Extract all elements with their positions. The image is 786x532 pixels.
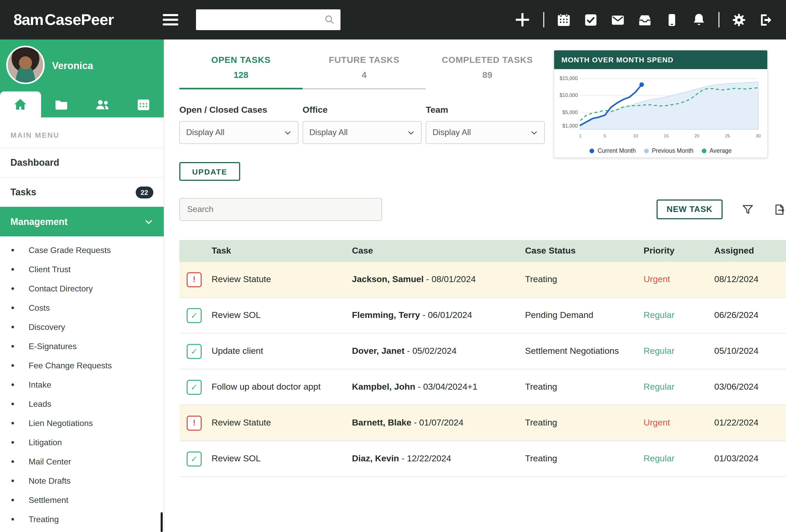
management-submenu-item[interactable]: Discovery: [0, 317, 164, 337]
case-link[interactable]: Kampbel, John - 03/04/2024+1: [352, 382, 525, 392]
management-submenu-item[interactable]: Case Grade Requests: [0, 241, 164, 260]
table-row[interactable]: ✓ Review SOL Diaz, Kevin - 12/22/2024 Tr…: [179, 441, 786, 477]
case-link[interactable]: Jackson, Samuel - 08/01/2024: [352, 274, 525, 285]
legend-dot-icon: [644, 148, 649, 153]
svg-text:1: 1: [579, 133, 582, 139]
avatar[interactable]: [6, 46, 45, 84]
nav-calendar[interactable]: [123, 92, 164, 117]
case-link[interactable]: Diaz, Kevin - 12/22/2024: [352, 454, 525, 464]
submenu-item-label: Settlement: [29, 495, 68, 505]
app-logo[interactable]: 8am CasePeer: [14, 11, 114, 29]
sidebar-item-tasks[interactable]: Tasks 22: [0, 177, 164, 207]
task-search-input[interactable]: [179, 198, 382, 221]
legend-item: Current Month: [590, 148, 636, 154]
case-link[interactable]: Dover, Janet - 05/02/2024: [352, 346, 525, 356]
task-status-icon[interactable]: ✓: [187, 451, 202, 466]
calendar-icon[interactable]: [556, 12, 571, 27]
task-status-icon[interactable]: !: [187, 415, 202, 430]
management-submenu-item[interactable]: Costs: [0, 298, 164, 317]
task-tab[interactable]: OPEN TASKS 128: [179, 50, 303, 89]
management-submenu-item[interactable]: Intake: [0, 375, 164, 394]
management-submenu-item[interactable]: Leads: [0, 394, 164, 414]
task-status-icon[interactable]: ✓: [187, 344, 202, 359]
bullet-icon: [11, 480, 14, 482]
sidebar-item-management[interactable]: Management: [0, 207, 164, 236]
table-row[interactable]: ✓ Update client Dover, Janet - 05/02/202…: [179, 334, 786, 369]
table-row[interactable]: ! Review Statute Barnett, Blake - 01/07/…: [179, 405, 786, 441]
divider: [718, 12, 719, 27]
inbox-icon[interactable]: [637, 12, 652, 27]
filter-dropdown[interactable]: Display All: [179, 121, 298, 144]
table-row[interactable]: ✓ Follow up about doctor appt Kampbel, J…: [179, 369, 786, 405]
table-row[interactable]: ✓ Review SOL Flemming, Terry - 06/01/202…: [179, 298, 786, 334]
case-status: Treating: [525, 418, 644, 428]
global-search[interactable]: [196, 9, 341, 30]
case-status: Treating: [525, 454, 644, 464]
main-menu: MAIN MENU Dashboard Tasks 22 Management …: [0, 117, 164, 529]
management-submenu-item[interactable]: Contact Directory: [0, 279, 164, 298]
filter-value: Display All: [433, 128, 471, 137]
management-submenu-item[interactable]: Treating: [0, 510, 164, 529]
tasks-icon[interactable]: [583, 12, 598, 27]
svg-text:10: 10: [633, 133, 638, 139]
add-icon[interactable]: [514, 11, 531, 29]
update-button[interactable]: UPDATE: [179, 162, 240, 181]
management-submenu-item[interactable]: Litigation: [0, 433, 164, 452]
notifications-icon[interactable]: [691, 12, 707, 27]
task-name: Review SOL: [212, 310, 352, 320]
table-row[interactable]: ! Review Statute Jackson, Samuel - 08/01…: [179, 262, 786, 298]
task-tab[interactable]: FUTURE TASKS 4: [303, 50, 426, 89]
nav-home[interactable]: [0, 92, 41, 117]
priority-value: Regular: [644, 310, 714, 320]
case-status: Settlement Negotiations: [525, 346, 644, 356]
task-status-icon[interactable]: ✓: [187, 308, 202, 323]
phone-icon[interactable]: [664, 12, 679, 27]
management-submenu-item[interactable]: Lien Negotiations: [0, 414, 164, 433]
task-tab[interactable]: COMPLETED TASKS 89: [426, 50, 549, 89]
chart-legend: Current Month Previous Month Average: [554, 144, 767, 157]
priority-value: Urgent: [644, 418, 714, 428]
filter-label: Open / Closed Cases: [179, 105, 298, 115]
task-status-icon[interactable]: !: [187, 272, 202, 287]
main-content: OPEN TASKS 128 FUTURE TASKS 4 COMPLETED …: [164, 40, 786, 532]
menu-icon[interactable]: [163, 14, 178, 25]
management-submenu-item[interactable]: Settlement: [0, 490, 164, 510]
legend-item: Average: [702, 148, 732, 154]
nav-contacts[interactable]: [82, 92, 123, 117]
bullet-icon: [11, 326, 14, 328]
management-submenu-item[interactable]: E-Signatures: [0, 337, 164, 356]
logo-brand: CasePeer: [45, 11, 114, 29]
profile-header: Veronica: [0, 40, 164, 117]
filter-dropdown[interactable]: Display All: [426, 121, 545, 144]
case-link[interactable]: Barnett, Blake - 01/07/2024: [352, 418, 525, 428]
sidebar-scrollbar[interactable]: [161, 512, 163, 532]
case-link[interactable]: Flemming, Terry - 06/01/2024: [352, 310, 525, 320]
filter-dropdown[interactable]: Display All: [303, 121, 422, 144]
new-task-button[interactable]: NEW TASK: [656, 199, 722, 219]
filter-funnel-icon[interactable]: [741, 203, 754, 216]
home-icon: [13, 97, 28, 112]
nav-cases[interactable]: [41, 92, 82, 117]
bullet-icon: [11, 499, 14, 501]
bullet-icon: [11, 268, 14, 271]
management-submenu-item[interactable]: Fee Change Requests: [0, 356, 164, 375]
submenu-item-label: Lien Negotiations: [29, 418, 93, 428]
settings-gear-icon[interactable]: [732, 12, 746, 27]
mail-icon[interactable]: [610, 12, 625, 27]
bullet-icon: [11, 518, 14, 521]
assigned-date: 01/03/2024: [714, 454, 786, 464]
management-submenu-item[interactable]: Client Trust: [0, 260, 164, 279]
management-submenu-item[interactable]: Mail Center: [0, 452, 164, 471]
sidebar-item-dashboard[interactable]: Dashboard: [0, 148, 164, 177]
submenu-item-label: Intake: [29, 380, 51, 389]
management-submenu: Case Grade Requests Client Trust Contact…: [0, 241, 164, 529]
filter-value: Display All: [186, 128, 225, 137]
submenu-item-label: Contact Directory: [29, 284, 93, 293]
management-submenu-item[interactable]: Note Drafts: [0, 471, 164, 490]
assigned-date: 08/12/2024: [714, 274, 786, 285]
global-search-input[interactable]: [201, 15, 324, 25]
svg-text:$1,000: $1,000: [562, 123, 578, 128]
logout-icon[interactable]: [759, 12, 773, 27]
export-icon[interactable]: [773, 203, 786, 216]
task-status-icon[interactable]: ✓: [187, 380, 202, 394]
